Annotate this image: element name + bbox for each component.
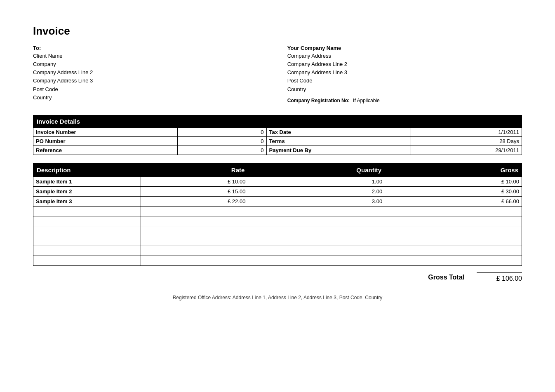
item-desc-5 xyxy=(33,226,141,236)
invoice-details-row2: PO Number 0 Terms 28 Days xyxy=(33,136,522,146)
client-address-line3: Company Address Line 3 xyxy=(33,77,268,85)
table-row xyxy=(33,206,522,216)
company-name: Your Company Name xyxy=(287,45,522,51)
items-table: Description Rate Quantity Gross Sample I… xyxy=(33,163,522,266)
item-rate-0: £ 10.00 xyxy=(141,176,248,186)
item-qty-3 xyxy=(248,206,385,216)
item-gross-6 xyxy=(385,236,522,246)
client-postcode: Post Code xyxy=(33,85,268,94)
table-row: Sample Item 2 £ 15.00 2.00 £ 30.00 xyxy=(33,186,522,196)
company-address-line2: Company Address Line 2 xyxy=(287,60,522,68)
quantity-header: Quantity xyxy=(248,163,385,176)
gross-header: Gross xyxy=(385,163,522,176)
item-desc-3 xyxy=(33,206,141,216)
item-qty-4 xyxy=(248,216,385,226)
item-desc-4 xyxy=(33,216,141,226)
item-gross-1: £ 30.00 xyxy=(385,186,522,196)
table-row xyxy=(33,246,522,256)
terms-label: Terms xyxy=(266,136,411,146)
item-qty-7 xyxy=(248,246,385,256)
company-country: Country xyxy=(287,85,522,94)
item-rate-6 xyxy=(141,236,248,246)
po-number-label: PO Number xyxy=(33,136,178,146)
item-qty-8 xyxy=(248,256,385,265)
item-rate-5 xyxy=(141,226,248,236)
client-company: Company xyxy=(33,60,268,68)
item-qty-5 xyxy=(248,226,385,236)
item-desc-2: Sample Item 3 xyxy=(33,196,141,206)
item-qty-2: 3.00 xyxy=(248,196,385,206)
payment-due-value: 29/1/2011 xyxy=(411,146,522,155)
item-gross-8 xyxy=(385,256,522,265)
item-qty-1: 2.00 xyxy=(248,186,385,196)
invoice-details-header: Invoice Details xyxy=(33,115,522,127)
client-address-line2: Company Address Line 2 xyxy=(33,68,268,77)
item-qty-0: 1.00 xyxy=(248,176,385,186)
item-gross-7 xyxy=(385,246,522,256)
gross-total-label: Gross Total xyxy=(428,274,464,281)
company-reg-value: If Applicable xyxy=(353,98,380,103)
company-address: Company Address xyxy=(287,52,522,60)
invoice-number-label: Invoice Number xyxy=(33,127,178,136)
table-row xyxy=(33,236,522,246)
item-gross-4 xyxy=(385,216,522,226)
item-gross-2: £ 66.00 xyxy=(385,196,522,206)
invoice-details-table: Invoice Details Invoice Number 0 Tax Dat… xyxy=(33,115,522,155)
item-desc-1: Sample Item 2 xyxy=(33,186,141,196)
footer-text: Registered Office Address: Address Line … xyxy=(33,295,522,300)
item-desc-0: Sample Item 1 xyxy=(33,176,141,186)
terms-value: 28 Days xyxy=(411,136,522,146)
gross-total-section: Gross Total £ 106.00 xyxy=(33,272,522,282)
item-gross-5 xyxy=(385,226,522,236)
client-name: Client Name xyxy=(33,52,268,60)
reference-value: 0 xyxy=(178,146,266,155)
table-row xyxy=(33,226,522,236)
company-postcode: Post Code xyxy=(287,77,522,85)
tax-date-value: 1/1/2011 xyxy=(411,127,522,136)
item-gross-3 xyxy=(385,206,522,216)
item-desc-7 xyxy=(33,246,141,256)
item-rate-7 xyxy=(141,246,248,256)
item-rate-4 xyxy=(141,216,248,226)
client-country: Country xyxy=(33,94,268,102)
item-rate-2: £ 22.00 xyxy=(141,196,248,206)
company-reg-label: Company Registration No: xyxy=(287,98,350,103)
payment-due-label: Payment Due By xyxy=(266,146,411,155)
table-row xyxy=(33,256,522,265)
rate-header: Rate xyxy=(141,163,248,176)
invoice-details-row3: Reference 0 Payment Due By 29/1/2011 xyxy=(33,146,522,155)
invoice-title: Invoice xyxy=(33,25,522,38)
table-row: Sample Item 1 £ 10.00 1.00 £ 10.00 xyxy=(33,176,522,186)
tax-date-label: Tax Date xyxy=(266,127,411,136)
item-gross-0: £ 10.00 xyxy=(385,176,522,186)
item-qty-6 xyxy=(248,236,385,246)
to-label: To: xyxy=(33,45,268,51)
company-reg-section: Company Registration No: If Applicable xyxy=(287,98,522,103)
invoice-details-row1: Invoice Number 0 Tax Date 1/1/2011 xyxy=(33,127,522,136)
item-rate-1: £ 15.00 xyxy=(141,186,248,196)
items-header-row: Description Rate Quantity Gross xyxy=(33,163,522,176)
description-header: Description xyxy=(33,163,141,176)
invoice-number-value: 0 xyxy=(178,127,266,136)
table-row xyxy=(33,216,522,226)
table-row: Sample Item 3 £ 22.00 3.00 £ 66.00 xyxy=(33,196,522,206)
company-info-section: Your Company Name Company Address Compan… xyxy=(287,45,522,103)
bill-to-section: To: Client Name Company Company Address … xyxy=(33,45,268,103)
item-rate-3 xyxy=(141,206,248,216)
item-desc-6 xyxy=(33,236,141,246)
po-number-value: 0 xyxy=(178,136,266,146)
reference-label: Reference xyxy=(33,146,178,155)
item-rate-8 xyxy=(141,256,248,265)
gross-total-value: £ 106.00 xyxy=(477,272,522,282)
header-section: To: Client Name Company Company Address … xyxy=(33,45,522,103)
company-address-line3: Company Address Line 3 xyxy=(287,68,522,77)
item-desc-8 xyxy=(33,256,141,265)
